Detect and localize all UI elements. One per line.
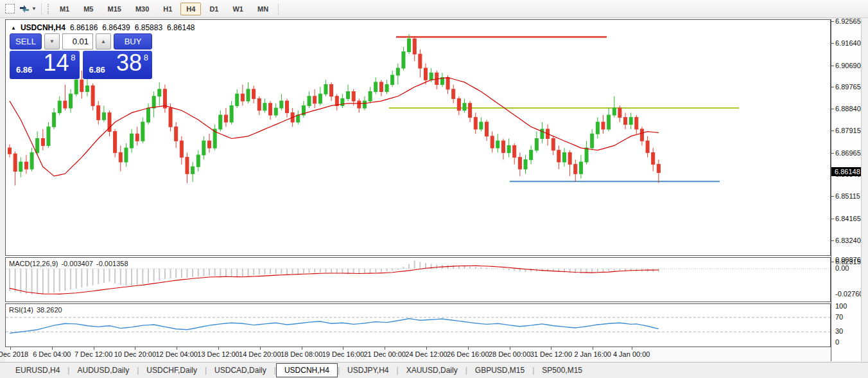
- price-tick: [831, 87, 834, 87]
- candle: [640, 127, 643, 145]
- candle: [530, 145, 533, 164]
- candle: [469, 101, 472, 122]
- candle: [463, 98, 466, 113]
- toolbar-separator: [278, 3, 279, 15]
- current-price-tag: 6.86148: [831, 167, 862, 176]
- timeframe-button-h4[interactable]: H4: [180, 3, 201, 15]
- candle: [219, 111, 222, 132]
- candle: [440, 73, 444, 87]
- chart-tab-usdjpy-h4[interactable]: USDJPY,H4: [340, 364, 396, 377]
- candle: [629, 113, 632, 129]
- candle: [579, 155, 582, 178]
- candle: [274, 104, 277, 118]
- candle: [114, 129, 117, 158]
- candle: [24, 155, 28, 174]
- chart-tab-usdcad-daily[interactable]: USDCAD,Daily: [207, 364, 274, 377]
- candle: [208, 134, 211, 152]
- macd-axis-label: 0.008761: [835, 256, 865, 264]
- candle: [474, 113, 477, 134]
- sell-button[interactable]: SELL: [10, 33, 42, 50]
- price-axis-label: 6.90690: [835, 62, 861, 69]
- candle: [602, 115, 605, 134]
- moving-average-line: [10, 78, 659, 176]
- time-axis-label: 26 Dec 16:00: [447, 350, 489, 358]
- time-axis[interactable]: 4 Dec 20186 Dec 04:007 Dec 12:0010 Dec 2…: [5, 347, 831, 361]
- candle: [535, 132, 538, 153]
- crosshair-swap-button[interactable]: ▼: [18, 2, 37, 16]
- candle: [496, 134, 499, 152]
- candle: [557, 145, 560, 169]
- macd-panel[interactable]: MACD(12,26,9) -0.003407 -0.001358: [5, 257, 831, 302]
- candle: [163, 85, 166, 113]
- candle: [64, 85, 67, 111]
- timeframe-button-m1[interactable]: M1: [54, 3, 75, 15]
- price-axis-label: 6.86965: [835, 149, 861, 157]
- rsi-label-row: RSI(14) 38.2620: [9, 306, 62, 314]
- chart-tab-gbpusd-m15[interactable]: GBPUSD,M15: [467, 364, 532, 377]
- candle: [30, 148, 33, 172]
- candle: [485, 120, 489, 141]
- rsi-chart[interactable]: [6, 304, 830, 346]
- candle: [335, 94, 338, 111]
- chart-symbol: USDCNH,H4: [21, 23, 65, 32]
- candle: [230, 101, 233, 125]
- macd-chart[interactable]: [6, 258, 830, 302]
- buy-button[interactable]: BUY: [114, 33, 152, 50]
- time-tick: [302, 347, 302, 350]
- volume-decrease-button[interactable]: ▼: [44, 33, 60, 50]
- candle: [490, 132, 494, 153]
- toolbar-grip[interactable]: [48, 4, 51, 14]
- timeframe-button-mn[interactable]: MN: [252, 3, 274, 15]
- candle: [457, 96, 460, 115]
- time-axis-label: 31 Dec 12:00: [530, 350, 572, 358]
- volume-input[interactable]: 0.01: [62, 33, 93, 50]
- chart-tab-sp500-m15[interactable]: SP500,M15: [534, 364, 590, 377]
- main-chart-panel[interactable]: ▲ USDCNH,H4 6.86186 6.86439 6.85883 6.86…: [5, 19, 831, 256]
- sell-quote-box[interactable]: 6.86 14 8: [10, 51, 80, 79]
- candle: [374, 78, 378, 94]
- price-tick: [831, 196, 834, 197]
- candle: [224, 108, 227, 127]
- timeframe-button-m30[interactable]: M30: [130, 3, 155, 15]
- candle: [419, 50, 422, 78]
- ohlc-close: 6.86148: [167, 23, 195, 32]
- candle: [624, 113, 627, 129]
- timeframe-button-w1[interactable]: W1: [227, 3, 249, 15]
- time-tick: [551, 347, 551, 350]
- buy-quote-box[interactable]: 6.86 38 8: [83, 51, 153, 79]
- price-tick: [831, 130, 834, 131]
- timeframe-button-m15[interactable]: M15: [101, 3, 126, 15]
- candle: [507, 139, 510, 158]
- sell-price-sup: 8: [71, 53, 75, 62]
- time-tick: [218, 347, 219, 350]
- price-axis[interactable]: 6.925656.916406.906906.897656.888406.879…: [831, 19, 862, 361]
- chart-tab-audusd-daily[interactable]: AUDUSD,Daily: [69, 364, 137, 377]
- time-axis-label: 10 Dec 20:00: [114, 350, 156, 358]
- price-axis-label: 6.88840: [835, 105, 861, 113]
- sell-price-big: 14: [43, 50, 69, 76]
- timeframe-button-d1[interactable]: D1: [204, 3, 224, 15]
- chart-frame: ▲ USDCNH,H4 6.86186 6.86439 6.85883 6.86…: [5, 19, 831, 361]
- selection-tool-button[interactable]: [3, 2, 17, 16]
- time-tick: [94, 347, 94, 350]
- chart-tab-usdchf-daily[interactable]: USDCHF,Daily: [139, 364, 205, 377]
- collapse-panel-icon[interactable]: ▲: [11, 25, 16, 31]
- volume-increase-button[interactable]: ▲: [96, 33, 111, 50]
- timeframe-button-h1[interactable]: H1: [157, 3, 178, 15]
- ohlc-high: 6.86439: [102, 23, 130, 32]
- candle: [69, 89, 73, 113]
- chart-tab-usdcnh-h4[interactable]: USDCNH,H4: [276, 363, 338, 377]
- candle: [313, 89, 317, 108]
- candle: [147, 104, 150, 125]
- chart-tab-xauusd-daily[interactable]: XAUUSD,Daily: [399, 364, 465, 377]
- rsi-panel[interactable]: RSI(14) 38.2620: [5, 303, 831, 347]
- candle: [657, 159, 660, 183]
- candle: [635, 115, 638, 134]
- time-tick: [177, 347, 177, 350]
- timeframe-button-m5[interactable]: M5: [78, 3, 99, 15]
- time-axis-label: 24 Dec 12:00: [405, 350, 447, 358]
- candle: [302, 101, 305, 118]
- macd-value-signal: -0.001358: [96, 260, 128, 267]
- candle: [152, 92, 155, 118]
- chart-tab-eurusd-h4[interactable]: EURUSD,H4: [8, 364, 67, 377]
